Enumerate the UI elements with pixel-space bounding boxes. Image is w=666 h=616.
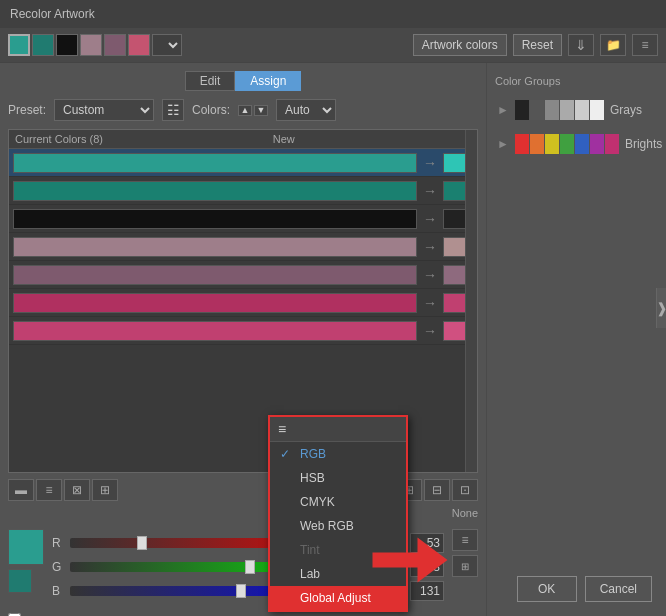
- cancel-button[interactable]: Cancel: [585, 576, 652, 602]
- swatch-dropdown[interactable]: [152, 34, 182, 56]
- right-icon-group: ⊞ ⊟ ⊡: [396, 479, 478, 501]
- arrow-symbol: →: [421, 267, 439, 283]
- preset-select[interactable]: Custom: [54, 99, 154, 121]
- gray-swatch-3: [545, 100, 559, 120]
- gray-swatch-1: [515, 100, 529, 120]
- menu-icon[interactable]: ≡: [632, 34, 658, 56]
- resize-handle[interactable]: ❱: [656, 288, 666, 328]
- table-row[interactable]: →: [9, 233, 477, 261]
- b-label: B: [52, 584, 64, 598]
- bottom-buttons: OK Cancel: [517, 576, 652, 602]
- swatch-dark-teal[interactable]: [32, 34, 54, 56]
- menu-item-webrgb-label: Web RGB: [300, 519, 354, 533]
- ok-button[interactable]: OK: [517, 576, 577, 602]
- color-table-header: Current Colors (8) New ≡: [9, 130, 477, 149]
- color-bar-left: [13, 237, 417, 257]
- menu-item-cmyk-label: CMYK: [300, 495, 335, 509]
- swatch-mauve[interactable]: [80, 34, 102, 56]
- colors-select[interactable]: Auto: [276, 99, 336, 121]
- table-row[interactable]: →: [9, 289, 477, 317]
- scrollbar[interactable]: [465, 130, 477, 472]
- row-icon-3[interactable]: ⊠: [64, 479, 90, 501]
- r-label: R: [52, 536, 64, 550]
- brights-label: Brights: [625, 137, 662, 151]
- menu-item-hsb[interactable]: HSB: [270, 466, 406, 490]
- swatch-pink-red[interactable]: [128, 34, 150, 56]
- arrow-symbol: →: [421, 155, 439, 171]
- arrow-symbol: →: [421, 211, 439, 227]
- arrow-symbol: →: [421, 295, 439, 311]
- gray-swatch-4: [560, 100, 574, 120]
- menu-item-hsb-label: HSB: [300, 471, 325, 485]
- grid-icon-3[interactable]: ⊡: [452, 479, 478, 501]
- colors-up-icon[interactable]: ▲: [238, 105, 252, 116]
- new-colors-header: New: [273, 133, 295, 145]
- menu-item-lab-label: Lab: [300, 567, 320, 581]
- table-row[interactable]: →: [9, 177, 477, 205]
- artwork-colors-button[interactable]: Artwork colors: [413, 34, 507, 56]
- color-bar-left: [13, 153, 417, 173]
- table-row[interactable]: →: [9, 317, 477, 345]
- arrow-symbol: →: [421, 183, 439, 199]
- swatch-black[interactable]: [56, 34, 78, 56]
- swatch-dusty-purple[interactable]: [104, 34, 126, 56]
- grays-label: Grays: [610, 103, 642, 117]
- colors-label: Colors:: [192, 103, 230, 117]
- table-row[interactable]: →: [9, 149, 477, 177]
- grays-swatches: [515, 100, 604, 120]
- title-bar: Recolor Artwork: [0, 0, 666, 28]
- menu-item-cmyk[interactable]: CMYK: [270, 490, 406, 514]
- red-arrow-indicator: [370, 530, 450, 590]
- color-previews: [8, 529, 44, 593]
- menu-item-rgb-label: RGB: [300, 447, 326, 461]
- chevron-right-icon-2: ►: [497, 137, 509, 151]
- save-icon[interactable]: ⇓: [568, 34, 594, 56]
- gray-swatch-6: [590, 100, 604, 120]
- color-bar-left: [13, 265, 417, 285]
- chevron-right-icon: ►: [497, 103, 509, 117]
- svg-marker-0: [373, 538, 448, 583]
- g-label: G: [52, 560, 64, 574]
- table-row[interactable]: →: [9, 261, 477, 289]
- table-row[interactable]: →: [9, 205, 477, 233]
- row-icon-2[interactable]: ≡: [36, 479, 62, 501]
- bright-swatch-4: [560, 134, 574, 154]
- menu-item-rgb[interactable]: ✓ RGB: [270, 442, 406, 466]
- grid-trigger-icon[interactable]: ⊞: [452, 555, 478, 577]
- bright-swatch-5: [575, 134, 589, 154]
- tab-edit[interactable]: Edit: [185, 71, 236, 91]
- grid-icon[interactable]: ☷: [162, 99, 184, 121]
- folder-icon[interactable]: 📁: [600, 34, 626, 56]
- menu-trigger-icon[interactable]: ≡: [452, 529, 478, 551]
- gray-swatch-5: [575, 100, 589, 120]
- main-color-preview[interactable]: [8, 529, 44, 565]
- swatch-teal[interactable]: [8, 34, 30, 56]
- brights-swatches: [515, 134, 619, 154]
- color-group-grays[interactable]: ► Grays: [495, 97, 658, 123]
- bright-swatch-1: [515, 134, 529, 154]
- menu-header-icon: ≡: [278, 421, 286, 437]
- dropdown-trigger-area: ≡ ⊞: [452, 529, 478, 577]
- dropdown-menu-header: ≡: [270, 417, 406, 442]
- tab-assign[interactable]: Assign: [235, 71, 301, 91]
- color-bar-left: [13, 209, 417, 229]
- bright-swatch-6: [590, 134, 604, 154]
- row-icon-4[interactable]: ⊞: [92, 479, 118, 501]
- reset-button[interactable]: Reset: [513, 34, 562, 56]
- color-bar-left: [13, 293, 417, 313]
- bright-swatch-3: [545, 134, 559, 154]
- right-panel: Color Groups ► Grays ►: [486, 63, 666, 616]
- small-color-preview[interactable]: [8, 569, 32, 593]
- menu-item-tint-label: Tint: [300, 543, 320, 557]
- color-bar-left: [13, 321, 417, 341]
- arrow-symbol: →: [421, 239, 439, 255]
- colors-down-icon[interactable]: ▼: [254, 105, 268, 116]
- bright-swatch-7: [605, 134, 619, 154]
- bright-swatch-2: [530, 134, 544, 154]
- color-group-brights[interactable]: ► Brights: [495, 131, 658, 157]
- row-icon-1[interactable]: ▬: [8, 479, 34, 501]
- preset-label: Preset:: [8, 103, 46, 117]
- title-text: Recolor Artwork: [10, 7, 95, 21]
- grid-icon-2[interactable]: ⊟: [424, 479, 450, 501]
- top-toolbar: Artwork colors Reset ⇓ 📁 ≡: [0, 28, 666, 63]
